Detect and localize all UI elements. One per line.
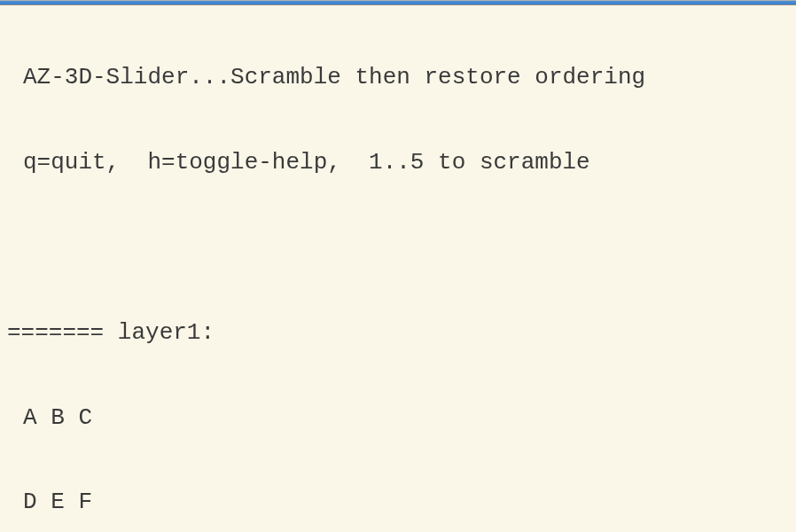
layer1-row2: D E F: [7, 489, 796, 517]
game-title: AZ-3D-Slider...Scramble then restore ord…: [7, 64, 796, 92]
layer1-separator: ======= layer1:: [7, 319, 796, 348]
blank-line: [7, 234, 796, 262]
terminal-output[interactable]: AZ-3D-Slider...Scramble then restore ord…: [0, 5, 796, 532]
layer1-row1: A B C: [7, 404, 796, 433]
help-line: q=quit, h=toggle-help, 1..5 to scramble: [7, 149, 796, 177]
